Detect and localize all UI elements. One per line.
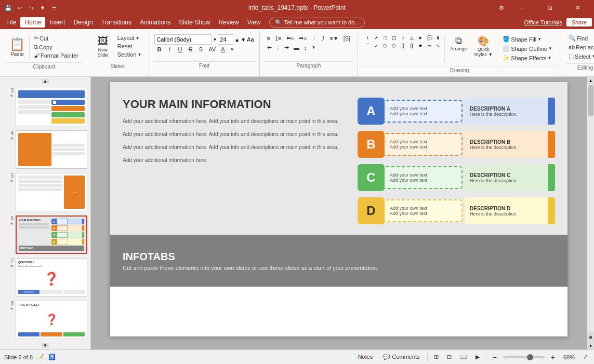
shape-oval[interactable]: ○ bbox=[399, 34, 407, 42]
shape-extra[interactable]: ∿ bbox=[434, 42, 442, 49]
menu-file[interactable]: File bbox=[2, 17, 20, 28]
char-spacing-button[interactable]: AV bbox=[206, 46, 218, 53]
accessibility-icon[interactable]: ♿ bbox=[48, 354, 56, 360]
main-desc-2[interactable]: Add your additional information here. Ad… bbox=[123, 130, 347, 138]
slide-thumb-3[interactable]: 3 ★ bbox=[2, 87, 88, 127]
line-spacing-dropdown[interactable]: ▼ bbox=[310, 44, 318, 51]
scroll-bottom-controls[interactable]: ⊞ bbox=[587, 332, 595, 342]
replace-button[interactable]: ab Replace▼ bbox=[566, 44, 594, 51]
format-painter-button[interactable]: 🖌 Format Painter bbox=[32, 52, 81, 59]
numbering-button[interactable]: 1≡ bbox=[273, 34, 284, 42]
minimize-button[interactable]: — bbox=[510, 0, 534, 16]
strikethrough-button[interactable]: S bbox=[186, 46, 195, 53]
decrease-indent-button[interactable]: ⬅≡ bbox=[284, 34, 296, 42]
text-direction-button[interactable]: ⤴ bbox=[320, 34, 327, 42]
bullets-button[interactable]: ≡ bbox=[265, 34, 272, 42]
redo-icon[interactable]: ↪ bbox=[27, 4, 35, 12]
zoom-slider[interactable] bbox=[503, 356, 545, 358]
shape-outline-button[interactable]: ⬜ Shape Outline▼ bbox=[500, 45, 555, 52]
main-desc-3[interactable]: Add your additional information here. Ad… bbox=[123, 143, 347, 151]
slide-thumb-5[interactable]: 5 ★ → bbox=[2, 172, 88, 212]
panel-scroll-down[interactable]: ▼ bbox=[42, 343, 49, 348]
panel-scroll-up[interactable]: ▲ bbox=[42, 79, 49, 84]
shape-brace[interactable]: {} bbox=[399, 42, 407, 49]
scroll-up-arrow[interactable]: ▲ bbox=[587, 77, 595, 84]
shape-right-arrow[interactable]: ➤ bbox=[416, 34, 425, 42]
reset-button[interactable]: Reset bbox=[115, 43, 144, 50]
slide-img-7[interactable]: QUESTION 1 Which slide do you want? ❓ CO… bbox=[16, 258, 87, 296]
shape-rect[interactable]: □ bbox=[381, 34, 389, 42]
font-size-up-icon[interactable]: ▲ bbox=[234, 34, 240, 45]
shape-block-arrow[interactable]: ⇒ bbox=[425, 42, 433, 49]
paste-button[interactable]: 📋 Paste bbox=[6, 32, 28, 61]
shape-pentagon[interactable]: ⬠ bbox=[381, 42, 389, 49]
restore-button[interactable]: ⧉ bbox=[538, 0, 562, 16]
close-button[interactable]: ✕ bbox=[566, 0, 590, 16]
fit-slide-button[interactable]: ⤢ bbox=[581, 353, 590, 361]
slide-img-6[interactable]: YOUR MAIN INFO A bbox=[16, 215, 87, 254]
zoom-in-button[interactable]: + bbox=[549, 352, 557, 362]
shape-hex[interactable]: ⬡ bbox=[390, 42, 398, 49]
align-left-button[interactable]: ⬅ bbox=[265, 44, 274, 51]
font-color-dropdown[interactable]: ▼ bbox=[228, 47, 236, 52]
undo-icon[interactable]: ↩ bbox=[16, 4, 24, 12]
comments-button[interactable]: 💬 Comments bbox=[380, 353, 423, 361]
shape-effects-button[interactable]: ✨ Shape Effects▼ bbox=[500, 54, 555, 62]
bold-button[interactable]: B bbox=[154, 46, 164, 53]
tab-content-b[interactable]: Add your own text Add your own text bbox=[380, 133, 463, 156]
align-text-button[interactable]: ≡▼ bbox=[327, 34, 340, 42]
add-columns-button[interactable]: ⋮ bbox=[309, 34, 319, 42]
scroll-track[interactable] bbox=[587, 84, 595, 332]
shape-curve[interactable]: ⌒ bbox=[363, 42, 372, 49]
arrange-button[interactable]: ⧉ Arrange bbox=[447, 34, 470, 52]
font-size-input[interactable] bbox=[218, 34, 233, 45]
right-scrollbar[interactable]: ▲ ⊞ ▼ bbox=[587, 77, 594, 349]
info-tab-b[interactable]: B Add your own text Add your own text DE… bbox=[358, 131, 555, 158]
notes-button[interactable]: 📄 Notes bbox=[346, 353, 376, 361]
font-dropdown-icon[interactable]: ▼ bbox=[213, 34, 217, 45]
tab-content-d[interactable]: Add your own text Add your own text bbox=[380, 199, 463, 222]
settings-icon[interactable]: ⚙ bbox=[497, 4, 506, 12]
normal-view-button[interactable]: ⊞ bbox=[432, 353, 441, 361]
convert-to-smartart-button[interactable]: [S] bbox=[341, 34, 352, 42]
quick-styles-button[interactable]: 🎨 Quick Styles ▼ bbox=[472, 34, 495, 58]
menu-transitions[interactable]: Transitions bbox=[97, 17, 136, 28]
scroll-thumb[interactable] bbox=[588, 85, 593, 116]
shape-triangle[interactable]: △ bbox=[407, 34, 416, 42]
select-button[interactable]: ⬚ Select▼ bbox=[566, 52, 594, 60]
shape-callout[interactable]: 💬 bbox=[425, 34, 433, 42]
save-icon[interactable]: 💾 bbox=[4, 4, 12, 12]
new-slide-button[interactable]: 🖼 New Slide bbox=[91, 34, 114, 59]
align-center-button[interactable]: ≡ bbox=[274, 44, 282, 51]
clear-format-icon[interactable]: Aa bbox=[247, 34, 254, 45]
increase-indent-button[interactable]: ➡≡ bbox=[297, 34, 309, 42]
slide-sorter-button[interactable]: ⊟ bbox=[445, 353, 454, 361]
tab-content-c[interactable]: Add your own text Add your own text bbox=[380, 166, 463, 189]
font-color-button[interactable]: A bbox=[219, 46, 227, 53]
reading-view-button[interactable]: 📖 bbox=[458, 353, 469, 361]
shape-more[interactable]: ⬇ bbox=[434, 34, 442, 42]
menu-design[interactable]: Design bbox=[69, 17, 97, 28]
tab-content-a[interactable]: Add your own text Add your own text bbox=[380, 100, 463, 123]
shape-star[interactable]: ★ bbox=[416, 42, 425, 49]
section-button[interactable]: Section▼ bbox=[115, 51, 144, 58]
align-right-button[interactable]: ➡ bbox=[282, 44, 291, 51]
underline-button[interactable]: U bbox=[175, 46, 184, 53]
justify-button[interactable]: ▬ bbox=[292, 44, 301, 51]
menu-insert[interactable]: Insert bbox=[45, 17, 69, 28]
presentation-view-button[interactable]: ▶ bbox=[473, 353, 482, 361]
layout-button[interactable]: Layout▼ bbox=[115, 34, 144, 42]
office-tutorials-link[interactable]: Office Tutorials bbox=[524, 19, 562, 25]
info-tab-a[interactable]: A Add your own text Add your own text DE… bbox=[358, 98, 555, 125]
slide-img-3[interactable] bbox=[16, 88, 87, 126]
menu-view[interactable]: View bbox=[243, 17, 265, 28]
zoom-thumb[interactable] bbox=[527, 354, 533, 360]
menu-slideshow[interactable]: Slide Show bbox=[175, 17, 214, 28]
line-spacing-button[interactable]: ↕ bbox=[302, 44, 309, 51]
main-title[interactable]: YOUR MAIN INFORMATION bbox=[123, 98, 347, 111]
zoom-level[interactable]: 68% bbox=[561, 354, 577, 360]
shape-fill-button[interactable]: 🪣 Shape Fill▼ bbox=[500, 35, 555, 43]
slide-img-5[interactable]: → bbox=[16, 173, 87, 211]
font-name-input[interactable] bbox=[154, 34, 212, 45]
menu-review[interactable]: Review bbox=[214, 17, 243, 28]
